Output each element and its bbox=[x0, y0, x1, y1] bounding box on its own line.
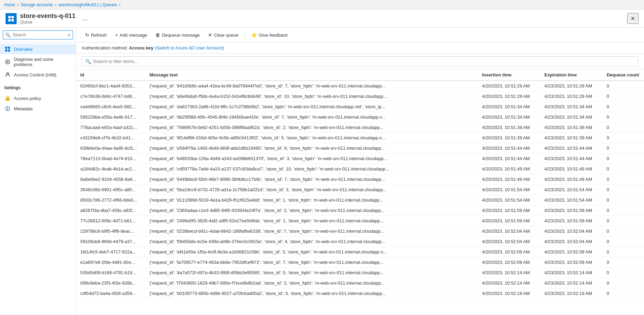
cell-message: {'request_id': 'f0b65b8e-bc5e-439d-a09b-… bbox=[145, 237, 478, 247]
cell-expiration: 4/23/2023, 10:52:19 AM bbox=[540, 288, 602, 299]
cell-expiration: 4/23/2023, 10:51:54 AM bbox=[540, 185, 602, 195]
page-title: store-events-q-011 bbox=[20, 12, 75, 20]
switch-auth-link[interactable]: (Switch to Azure AD User Account) bbox=[155, 45, 224, 50]
cell-dequeue: 0 bbox=[602, 102, 644, 112]
cell-insertion: 4/20/2023, 10:51:39 AM bbox=[478, 133, 540, 143]
cell-id: 8503c786-2772-4f66-8de0... bbox=[76, 195, 145, 205]
table-row[interactable]: a6267f3a-dba7-459c-a92f... {'request_id'… bbox=[76, 205, 644, 216]
clear-queue-button[interactable]: ✕ Clear queue bbox=[205, 30, 242, 39]
svg-rect-1 bbox=[11, 16, 14, 18]
table-row[interactable]: 229788c6-b9f5-4ff6-8eac... {'request_id'… bbox=[76, 226, 644, 237]
table-row[interactable]: 639b6e0a-d4aa-4a95-8cf1... {'request_id'… bbox=[76, 143, 644, 154]
cell-insertion: 4/20/2023, 10:51:49 AM bbox=[478, 164, 540, 174]
sidebar-item-access-policy[interactable]: Access policy bbox=[0, 93, 76, 103]
metadata-icon bbox=[4, 106, 11, 111]
table-row[interactable]: 77c28812-008c-4d71-b61... {'request_id':… bbox=[76, 216, 644, 226]
table-header-row: Id Message text Insertion time Expiratio… bbox=[76, 70, 644, 81]
cell-id: 77c28812-008c-4d71-b61... bbox=[76, 216, 145, 226]
cell-id: 229788c6-b9f5-4ff6-8eac... bbox=[76, 226, 145, 237]
cell-dequeue: 0 bbox=[602, 195, 644, 205]
data-table-container: Id Message text Insertion time Expiratio… bbox=[76, 70, 644, 315]
give-feedback-button[interactable]: ⭐ Give feedback bbox=[248, 30, 291, 39]
sidebar-item-iam[interactable]: Access Control (IAM) bbox=[0, 70, 76, 80]
cell-expiration: 4/23/2023, 10:52:14 AM bbox=[540, 278, 602, 288]
dequeue-icon: 🗑 bbox=[155, 32, 160, 38]
table-search-input[interactable] bbox=[82, 56, 638, 66]
cell-expiration: 4/23/2023, 10:51:34 AM bbox=[540, 112, 602, 122]
table-row[interactable]: 8a6e6be2-9104-4558-8a9... {'request_id':… bbox=[76, 174, 644, 185]
table-row[interactable]: a184d82c-4eab-4b1d-ac2... {'request_id':… bbox=[76, 164, 644, 174]
sidebar-collapse-button[interactable]: « bbox=[67, 32, 70, 38]
cell-id: 535d5d09-b169-4791-b19... bbox=[76, 268, 145, 278]
table-row[interactable]: 1fd14fc5-4eb7-4717-922a... {'request_id'… bbox=[76, 247, 644, 257]
table-row[interactable]: 595228ba-e55a-4a4b-917... {'request_id':… bbox=[76, 112, 644, 122]
column-header-insertion[interactable]: Insertion time bbox=[478, 70, 540, 81]
table-row[interactable]: 81f450cf-8ec1-4ad4-9353... {'request_id'… bbox=[76, 81, 644, 91]
page-subtitle: Queue bbox=[20, 20, 75, 25]
column-header-message[interactable]: Message text bbox=[145, 70, 478, 81]
sidebar-item-iam-label: Access Control (IAM) bbox=[14, 72, 56, 77]
sidebar-item-overview[interactable]: Overview bbox=[0, 44, 76, 54]
svg-rect-2 bbox=[8, 19, 11, 21]
table-row[interactable]: e1a697e8-2fde-4d91-92e... {'request_id':… bbox=[76, 257, 644, 268]
sidebar-item-diagnose[interactable]: Diagnose and solve problems bbox=[0, 54, 76, 70]
cell-message: {'request_id': '2496a5f5-3826-4af2-a9f5-… bbox=[145, 216, 478, 226]
table-row[interactable]: c7e78b36-0d4c-4747-bd9... {'request_id':… bbox=[76, 91, 644, 102]
svg-rect-10 bbox=[6, 98, 9, 101]
sidebar-item-diagnose-label: Diagnose and solve problems bbox=[14, 57, 72, 67]
dequeue-message-button[interactable]: 🗑 Dequeue message bbox=[152, 30, 203, 39]
cell-id: c7e78b36-0d4c-4747-bd9... bbox=[76, 91, 145, 102]
table-row[interactable]: 59109cb8-969d-4479-a37... {'request_id':… bbox=[76, 237, 644, 247]
sidebar-nav: Overview Diagnose and solve problems Acc… bbox=[0, 43, 76, 81]
app-icon bbox=[6, 13, 17, 24]
add-message-button[interactable]: + Add message bbox=[112, 30, 151, 39]
cell-dequeue: 0 bbox=[602, 205, 644, 216]
ellipsis-button[interactable]: ... bbox=[80, 14, 90, 23]
cell-dequeue: 0 bbox=[602, 143, 644, 154]
sidebar-item-metadata[interactable]: Metadata bbox=[0, 103, 76, 114]
table-row[interactable]: c4f54d72-ba4a-450f-a359... {'request_id'… bbox=[76, 288, 644, 299]
column-header-id[interactable]: Id bbox=[76, 70, 145, 81]
cell-dequeue: 0 bbox=[602, 91, 644, 102]
svg-point-9 bbox=[7, 73, 9, 75]
give-feedback-label: Give feedback bbox=[259, 33, 288, 38]
cell-insertion: 4/20/2023, 10:51:29 AM bbox=[478, 81, 540, 91]
cell-id: 59109cb8-969d-4479-a37... bbox=[76, 237, 145, 247]
table-row[interactable]: ca4d9683-c8c6-4ee5-982... {'request_id':… bbox=[76, 102, 644, 112]
refresh-label: Refresh bbox=[91, 33, 107, 38]
table-row[interactable]: 78ea7113-5bad-4e74-810... {'request_id':… bbox=[76, 154, 644, 164]
cell-id: c4f54d72-ba4a-450f-a359... bbox=[76, 288, 145, 299]
cell-insertion: 4/20/2023, 10:52:04 AM bbox=[478, 237, 540, 247]
cell-dequeue: 0 bbox=[602, 174, 644, 185]
cell-insertion: 4/20/2023, 10:51:59 AM bbox=[478, 205, 540, 216]
table-row[interactable]: 8503c786-2772-4f66-8de0... {'request_id'… bbox=[76, 195, 644, 205]
table-row[interactable]: 099c9eba-23f3-4f2e-928b... {'request_id'… bbox=[76, 278, 644, 288]
breadcrumb-storage-accounts[interactable]: Storage accounts bbox=[21, 2, 53, 7]
table-row[interactable]: 535d5d09-b169-4791-b19... {'request_id':… bbox=[76, 268, 644, 278]
column-header-expiration[interactable]: Expiration time bbox=[540, 70, 602, 81]
cell-id: 78ea7113-5bad-4e74-810... bbox=[76, 154, 145, 164]
cell-id: 3548c08b-6901-495c-a80... bbox=[76, 185, 145, 195]
cell-id: 81f450cf-8ec1-4ad4-9353... bbox=[76, 81, 145, 91]
table-row[interactable]: 3548c08b-6901-495c-a80... {'request_id':… bbox=[76, 185, 644, 195]
cell-message: {'request_id': 'b0109773-685b-4d9b-9027-… bbox=[145, 288, 478, 299]
close-button[interactable]: ✕ bbox=[627, 13, 638, 24]
column-header-dequeue[interactable]: Dequeue count bbox=[602, 70, 644, 81]
breadcrumb-home[interactable]: Home bbox=[4, 2, 15, 7]
cell-dequeue: 0 bbox=[602, 257, 644, 268]
refresh-button[interactable]: ↻ Refresh bbox=[82, 30, 110, 39]
cell-message: {'request_id': '5ba19cc8-b731-4729-ad1a-… bbox=[145, 185, 478, 195]
breadcrumb-queues[interactable]: warehouseghv6kv011 | Queues bbox=[58, 2, 117, 7]
cell-expiration: 4/23/2023, 10:51:49 AM bbox=[540, 174, 602, 185]
cell-expiration: 4/23/2023, 10:52:09 AM bbox=[540, 257, 602, 268]
cell-dequeue: 0 bbox=[602, 237, 644, 247]
table-row[interactable]: c43159e8-cf7b-4b32-b41... {'request_id':… bbox=[76, 133, 644, 143]
cell-expiration: 4/23/2023, 10:51:54 AM bbox=[540, 195, 602, 205]
toolbar-separator bbox=[245, 31, 245, 38]
cell-message: {'request_id': '8f14df66-016d-405e-9c5b-… bbox=[145, 133, 478, 143]
cell-message: {'request_id': 'a6e66da0-f5bb-4a4a-b152-… bbox=[145, 91, 478, 102]
clear-icon: ✕ bbox=[208, 32, 212, 38]
sidebar-search-input[interactable] bbox=[3, 30, 73, 39]
table-row[interactable]: 778acaad-e92a-4aaf-a321... {'request_id'… bbox=[76, 122, 644, 133]
sidebar-search-icon: 🔍 bbox=[5, 33, 11, 38]
